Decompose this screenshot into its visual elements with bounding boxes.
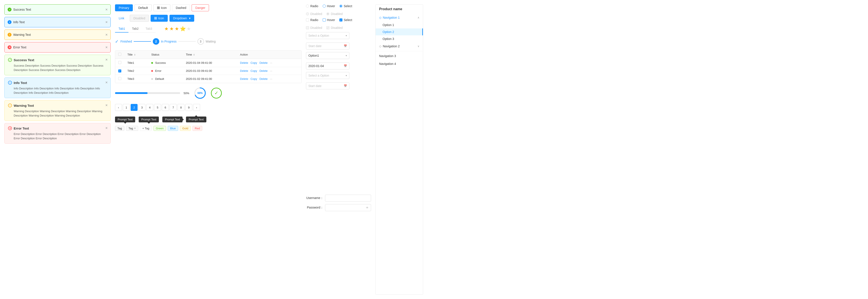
icon-button-label: Icon xyxy=(161,6,167,9)
nav-item-navigation1[interactable]: ◇ Navigation 1 ∧ xyxy=(376,14,423,22)
page-3-button[interactable]: 3 xyxy=(138,104,145,111)
tabs-container: Tab1 Tab2 Tab3 xyxy=(115,25,156,33)
select-option1[interactable]: Option1 ▾ xyxy=(306,52,349,59)
checkbox-checked: ✓ Select xyxy=(339,18,352,22)
star-3[interactable]: ★ xyxy=(175,26,179,32)
primary-button[interactable]: Primary xyxy=(115,4,133,11)
step-finished-label: Finished xyxy=(120,40,132,43)
svg-rect-6 xyxy=(155,19,155,19)
checkbox-unchecked-sq[interactable] xyxy=(306,19,309,22)
diamond-icon-2: ◇ xyxy=(379,44,381,48)
checkbox-checked-sq[interactable]: ✓ xyxy=(339,19,342,22)
alert-close-button[interactable]: ✕ xyxy=(105,46,108,49)
copy-link-2[interactable]: Copy xyxy=(250,69,257,72)
delete-link-3[interactable]: Delete xyxy=(240,77,248,81)
radio-checked-circle[interactable] xyxy=(339,5,342,8)
nav-option1[interactable]: Option 1 xyxy=(376,22,423,28)
alert-close-button[interactable]: ✕ xyxy=(105,81,108,84)
row-time-cell: 2020-01-04 09:41:00 xyxy=(183,59,237,67)
password-row: Password： 👁 xyxy=(306,204,371,211)
warning-icon: ! xyxy=(8,33,11,37)
select-placeholder-text-2: Select a Option xyxy=(308,74,329,77)
alert-close-button[interactable]: ✕ xyxy=(105,33,108,36)
page-8-button[interactable]: 8 xyxy=(178,104,184,111)
star-4[interactable]: ⭐ xyxy=(180,26,186,32)
dropdown-button[interactable]: Dropdown ▾ xyxy=(169,15,194,22)
step-finished: ✓ Finished xyxy=(115,39,132,44)
dashed-button[interactable]: Dashed xyxy=(172,4,190,11)
danger-button[interactable]: Danger xyxy=(192,4,209,11)
sort-icon-time[interactable]: ⇕ xyxy=(193,54,195,56)
alert-close-button[interactable]: ✕ xyxy=(105,103,108,107)
select-placeholder-2[interactable]: Select a Option ▾ xyxy=(306,72,349,79)
link-button[interactable]: Link xyxy=(115,15,128,22)
datepicker-2[interactable]: 2020-01-04 📅 xyxy=(306,62,349,69)
username-input[interactable] xyxy=(325,195,371,202)
nav-option2[interactable]: Option 2 xyxy=(376,28,423,35)
more-dots-1[interactable]: ··· xyxy=(270,61,272,64)
col-time: Time ⇕ xyxy=(183,51,237,59)
alert-close-button[interactable]: ✕ xyxy=(105,58,108,61)
page-4-button[interactable]: 4 xyxy=(146,104,153,111)
circle-progress: 68% xyxy=(193,87,207,99)
chevron-down-icon: ▾ xyxy=(346,54,347,57)
step-inprogress-circle: 2 xyxy=(153,38,159,45)
page-prev-button[interactable]: ‹ xyxy=(115,104,122,111)
page-6-button[interactable]: 6 xyxy=(162,104,169,111)
more-dots-3[interactable]: ··· xyxy=(270,77,272,81)
sort-icon[interactable]: ⇕ xyxy=(134,54,135,56)
table-header-checkbox[interactable] xyxy=(118,53,121,56)
tab-tab1[interactable]: Tab1 xyxy=(115,25,128,33)
page-1-button[interactable]: 1 xyxy=(123,104,130,111)
radio-unchecked: Radio xyxy=(306,4,318,8)
star-5[interactable]: ★ xyxy=(187,26,191,32)
tabs-stars-row: Tab1 Tab2 Tab3 ★ ★ ★ ⭐ ★ xyxy=(115,25,302,33)
delete-link-3b[interactable]: Delete xyxy=(259,77,268,81)
nav-option1-label: Option 1 xyxy=(382,23,394,27)
nav-item-navigation4[interactable]: Navigation 4 xyxy=(376,60,423,68)
steps-container: ✓ Finished 2 In Progress 3 Waiting xyxy=(115,36,302,47)
tag-add[interactable]: + Tag xyxy=(140,126,152,131)
nav-item-navigation3[interactable]: Navigation 3 xyxy=(376,52,423,60)
tag-close-icon[interactable]: ✕ xyxy=(134,127,136,130)
datepicker-1[interactable]: Start date 📅 xyxy=(306,42,349,50)
star-1[interactable]: ★ xyxy=(164,26,168,32)
tooltip-1-text: Prompt Text xyxy=(118,118,132,121)
icon-blue-button[interactable]: Icon xyxy=(151,15,167,22)
radio-unchecked-circle[interactable] xyxy=(306,5,309,8)
row-3-checkbox[interactable] xyxy=(118,77,121,80)
alert-close-button[interactable]: ✕ xyxy=(105,126,108,130)
nav-option3[interactable]: Option 3 xyxy=(376,35,423,42)
copy-link-3[interactable]: Copy xyxy=(250,77,257,81)
row-2-checkbox[interactable]: ✓ xyxy=(118,69,121,72)
page-7-button[interactable]: 7 xyxy=(170,104,177,111)
tab-tab2[interactable]: Tab2 xyxy=(128,25,142,33)
page-next-button[interactable]: › xyxy=(193,104,200,111)
alert-close-button[interactable]: ✕ xyxy=(105,21,108,24)
password-input[interactable] xyxy=(328,206,366,209)
star-2[interactable]: ★ xyxy=(169,26,174,32)
row-1-checkbox[interactable] xyxy=(118,61,121,64)
default-button[interactable]: Default xyxy=(134,4,152,11)
alert-close-button[interactable]: ✕ xyxy=(105,8,108,11)
eye-icon[interactable]: 👁 xyxy=(366,206,369,209)
nav-item-navigation2[interactable]: ◇ Navigation 2 ∨ xyxy=(376,42,423,50)
page-9-button[interactable]: 9 xyxy=(185,104,192,111)
checkbox-hover-sq[interactable] xyxy=(323,19,326,22)
page-5-button[interactable]: 5 xyxy=(154,104,161,111)
delete-link-2[interactable]: Delete xyxy=(240,69,248,72)
delete-link-1b[interactable]: Delete xyxy=(259,61,268,64)
copy-link-1[interactable]: Copy xyxy=(250,61,257,64)
password-input-wrapper[interactable]: 👁 xyxy=(325,204,371,211)
star-rating[interactable]: ★ ★ ★ ⭐ ★ xyxy=(164,26,191,32)
more-dots-2[interactable]: ··· xyxy=(270,69,272,72)
icon-button[interactable]: Icon xyxy=(153,4,170,11)
page-2-button[interactable]: 2 xyxy=(131,104,137,111)
delete-link-1[interactable]: Delete xyxy=(240,61,248,64)
delete-link-2b[interactable]: Delete xyxy=(259,69,268,72)
radio-hover-circle[interactable] xyxy=(323,5,326,8)
success-icon: ✓ xyxy=(8,8,11,11)
select-placeholder-1[interactable]: Select a Option ▾ xyxy=(306,32,349,39)
datepicker-3[interactable]: Start date 📅 xyxy=(306,83,349,89)
dropdown-button-label: Dropdown xyxy=(173,17,187,20)
